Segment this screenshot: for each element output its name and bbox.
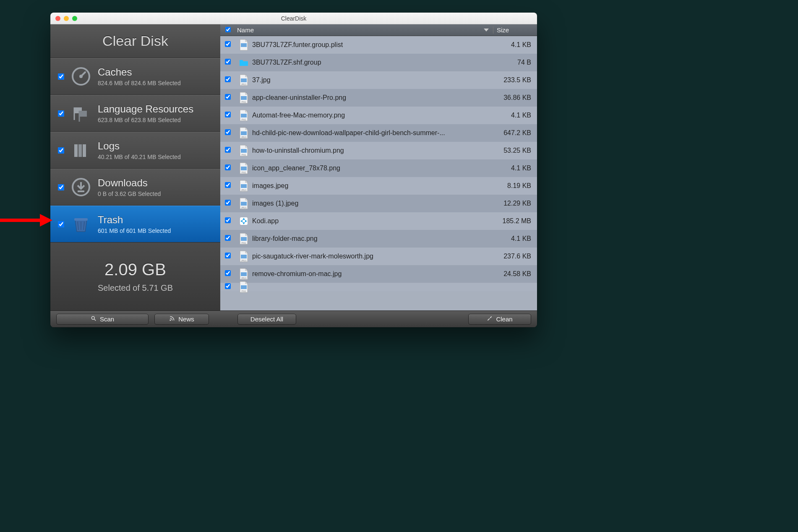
file-name: hd-child-pic-new-download-wallpaper-chil… (252, 129, 493, 137)
flags-icon (71, 103, 91, 123)
file-size: 8.19 KB (493, 182, 537, 190)
header-size-column[interactable]: Size (493, 26, 537, 34)
table-row[interactable]: PNG how-to-uninstall-chromium.png 53.25 … (220, 142, 537, 159)
table-row[interactable]: PNG Automat-free-Mac-memory.png 4.1 KB (220, 107, 537, 124)
file-size: 237.6 KB (493, 253, 537, 260)
footer-toolbar: Scan News Deselect All Clean (50, 310, 537, 327)
row-checkbox[interactable] (225, 270, 231, 276)
file-name: icon_app_cleaner_78x78.png (252, 164, 493, 172)
table-row[interactable]: 3BU773L7ZF.funter.group.plist 4.1 KB (220, 36, 537, 54)
table-header: Name Size (220, 24, 537, 36)
table-row[interactable]: JPEG pic-saugatuck-river-mark-molesworth… (220, 248, 537, 265)
table-row[interactable]: PNG app-cleaner-uninstaller-Pro.png 36.8… (220, 89, 537, 107)
file-type-icon: JPEG (235, 250, 252, 262)
table-row[interactable]: JPEG hd-child-pic-new-download-wallpaper… (220, 124, 537, 142)
search-icon (91, 316, 96, 323)
rss-icon (169, 316, 175, 323)
svg-rect-24 (241, 149, 247, 153)
svg-rect-20 (241, 114, 247, 117)
file-type-icon: JPEG (235, 198, 252, 209)
svg-rect-6 (74, 144, 78, 157)
total-selected-size: 2.09 GB (104, 260, 166, 279)
category-checkbox[interactable] (58, 110, 64, 117)
category-checkbox[interactable] (58, 221, 64, 227)
table-row[interactable]: PNG library-folder-mac.png 4.1 KB (220, 230, 537, 248)
file-name: how-to-uninstall-chromium.png (252, 147, 493, 154)
svg-rect-18 (241, 96, 247, 100)
table-row[interactable]: Kodi.app 185.2 MB (220, 212, 537, 230)
svg-rect-15 (241, 43, 247, 47)
sidebar-item-caches[interactable]: Caches 824.6 MB of 824.6 MB Selected (50, 58, 220, 95)
svg-text:PNG: PNG (242, 118, 246, 121)
file-name: Kodi.app (252, 217, 493, 225)
file-type-icon: JPEG (235, 127, 252, 139)
broom-icon (487, 316, 493, 323)
scan-button[interactable]: Scan (56, 314, 149, 325)
category-checkbox[interactable] (58, 73, 64, 80)
table-row[interactable]: JPEG remove-chromium-on-mac.jpg 24.58 KB (220, 265, 537, 283)
file-type-icon (235, 215, 252, 227)
table-row[interactable]: JPEG images (1).jpeg 12.29 KB (220, 195, 537, 212)
sidebar-item-lang[interactable]: Language Resources 623.8 MB of 623.8 MB … (50, 95, 220, 132)
header-check-column[interactable] (220, 26, 235, 34)
table-row[interactable]: JPEG 37.jpg 233.5 KB (220, 71, 537, 89)
row-checkbox[interactable] (225, 147, 231, 153)
svg-text:PNG: PNG (242, 171, 246, 174)
svg-text:JPEG: JPEG (241, 277, 246, 279)
gauge-icon (71, 66, 91, 86)
svg-rect-28 (241, 184, 247, 188)
file-size: 4.1 KB (493, 164, 537, 172)
total-sub: Selected of 5.71 GB (98, 283, 173, 293)
sidebar-item-trash[interactable]: Trash 601 MB of 601 MB Selected (50, 206, 220, 243)
category-title: Language Resources (98, 103, 193, 115)
trash-icon (71, 214, 91, 234)
news-button[interactable]: News (154, 314, 209, 325)
table-row[interactable]: PNG (220, 283, 537, 291)
row-checkbox[interactable] (225, 94, 231, 100)
row-checkbox[interactable] (225, 41, 231, 47)
category-subtitle: 601 MB of 601 MB Selected (98, 227, 171, 234)
sidebar-item-logs[interactable]: Logs 40.21 MB of 40.21 MB Selected (50, 132, 220, 169)
svg-rect-11 (74, 218, 88, 221)
category-checkbox[interactable] (58, 184, 64, 190)
row-checkbox[interactable] (225, 200, 231, 206)
file-type-icon: PNG (235, 110, 252, 121)
header-name-column[interactable]: Name (235, 26, 493, 34)
sort-desc-icon (484, 29, 489, 31)
file-type-icon: JPEG (235, 268, 252, 280)
table-row[interactable]: JPEG images.jpeg 8.19 KB (220, 177, 537, 195)
table-row[interactable]: PNG icon_app_cleaner_78x78.png 4.1 KB (220, 159, 537, 177)
row-checkbox[interactable] (225, 253, 231, 258)
row-checkbox[interactable] (225, 129, 231, 135)
row-checkbox[interactable] (225, 112, 231, 117)
file-type-icon (235, 39, 252, 51)
table-row[interactable]: 3BU773L7ZF.shf.group 74 B (220, 54, 537, 71)
row-checkbox[interactable] (225, 217, 231, 223)
titlebar[interactable]: ClearDisk (50, 13, 537, 24)
row-checkbox[interactable] (225, 182, 231, 188)
svg-rect-33 (241, 237, 247, 241)
svg-rect-7 (78, 144, 82, 157)
row-checkbox[interactable] (225, 235, 231, 241)
svg-rect-30 (241, 202, 247, 206)
file-size: 185.2 MB (493, 217, 537, 225)
row-checkbox[interactable] (225, 283, 231, 289)
file-name: app-cleaner-uninstaller-Pro.png (252, 94, 493, 102)
svg-text:JPEG: JPEG (241, 259, 246, 262)
file-name: 37.jpg (252, 76, 493, 84)
category-checkbox[interactable] (58, 147, 64, 154)
window-title: ClearDisk (50, 15, 537, 22)
category-subtitle: 0 B of 3.62 GB Selected (98, 190, 161, 197)
sidebar-item-downloads[interactable]: Downloads 0 B of 3.62 GB Selected (50, 169, 220, 206)
row-checkbox[interactable] (225, 59, 231, 65)
category-subtitle: 623.8 MB of 623.8 MB Selected (98, 117, 193, 123)
app-brand: Clear Disk (50, 24, 220, 58)
row-checkbox[interactable] (225, 164, 231, 170)
svg-point-1 (79, 75, 83, 78)
clean-button[interactable]: Clean (468, 314, 531, 325)
svg-text:JPEG: JPEG (241, 136, 246, 138)
file-name: images.jpeg (252, 182, 493, 190)
file-size: 4.1 KB (493, 41, 537, 49)
deselect-all-button[interactable]: Deselect All (237, 314, 296, 325)
row-checkbox[interactable] (225, 76, 231, 82)
